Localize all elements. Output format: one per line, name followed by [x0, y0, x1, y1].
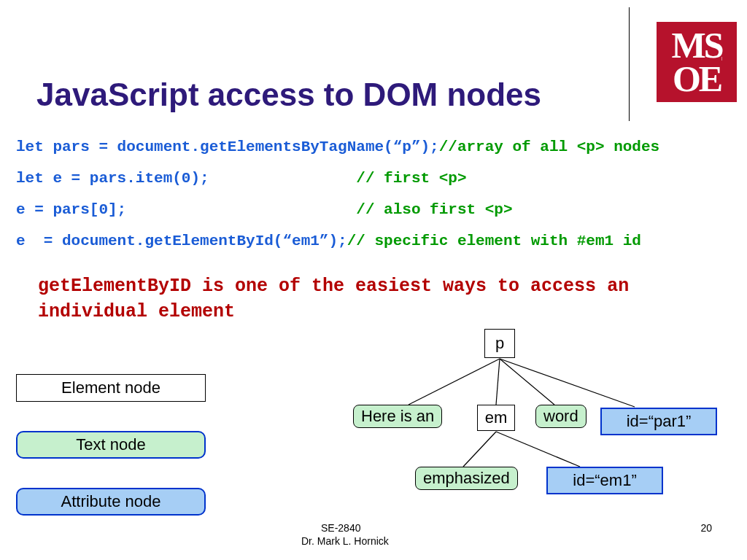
legend-element-node: Element node: [16, 374, 206, 402]
slide-number: 20: [700, 522, 712, 534]
code-l3a: e = pars[0];: [16, 201, 126, 218]
tree-node-here: Here is an: [353, 405, 442, 428]
tree-node-p: p: [484, 329, 515, 358]
code-l2a: let e = pars.item(0);: [16, 170, 209, 187]
code-l4a: e = document.getElementById(“em1”);: [16, 233, 347, 249]
svg-line-2: [500, 359, 554, 405]
svg-line-4: [463, 432, 496, 467]
code-l2b: // first <p>: [209, 170, 467, 187]
code-l1b: //array of all <p> nodes: [439, 139, 659, 155]
header-divider: [629, 7, 630, 121]
code-block: let pars = document.getElementsByTagName…: [16, 131, 659, 257]
svg-line-1: [496, 359, 500, 405]
logo-line2: OE: [673, 62, 721, 96]
svg-line-5: [496, 432, 580, 467]
legend-text-node: Text node: [16, 431, 206, 459]
footer-course: SE-2840: [321, 522, 360, 534]
logo-line1: MS: [672, 28, 722, 62]
tree-node-emphasized: emphasized: [415, 467, 518, 490]
callout-note: getElementByID is one of the easiest way…: [38, 273, 636, 324]
slide-title: JavaScript access to DOM nodes: [36, 77, 541, 113]
msoe-logo: MS OE: [657, 22, 737, 102]
tree-node-idem1: id=“em1”: [546, 467, 663, 494]
tree-node-em: em: [477, 405, 515, 431]
tree-node-word: word: [535, 405, 587, 428]
code-l4b: // specific element with #em1 id: [347, 233, 641, 249]
svg-line-0: [409, 359, 500, 405]
footer-author: Dr. Mark L. Hornick: [301, 535, 389, 547]
tree-node-idpar1: id=“par1”: [600, 408, 717, 435]
code-l3b: // also first <p>: [126, 201, 512, 218]
code-l1a: let pars = document.getElementsByTagName…: [16, 139, 439, 155]
svg-line-3: [500, 359, 635, 407]
legend-attribute-node: Attribute node: [16, 488, 206, 516]
